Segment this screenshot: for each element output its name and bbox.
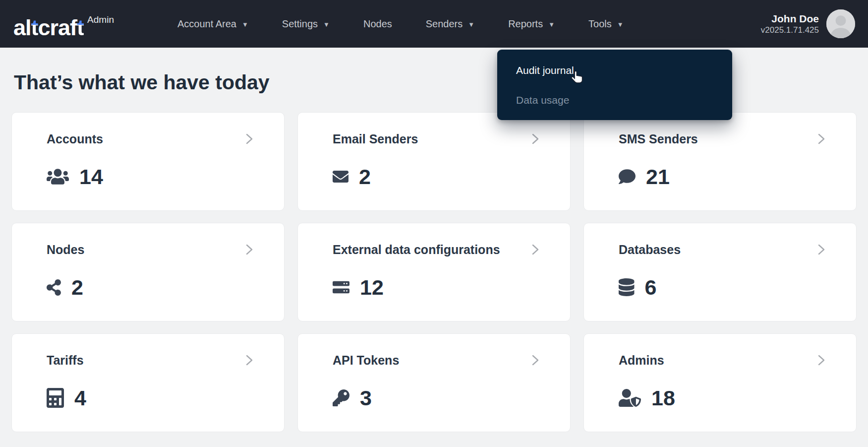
card-title: API Tokens [333,353,399,368]
envelope-icon [333,169,348,185]
card-nodes[interactable]: Nodes 2 [11,223,285,321]
card-title: External data configurations [333,242,500,257]
chevron-right-icon[interactable] [815,243,827,256]
dashboard-content: That’s what we have today Accounts 14 Em… [0,70,868,432]
brand-logo[interactable]: altcraft Admin [13,9,114,39]
chat-bubble-icon [619,168,636,185]
chevron-down-icon: ▼ [548,20,555,28]
menu-item-senders[interactable]: Senders ▼ [426,18,474,30]
user-name: John Doe [761,12,819,25]
card-external-data-configurations[interactable]: External data configurations 12 [297,223,571,321]
card-title: Nodes [47,242,84,257]
card-value: 6 [645,277,657,298]
app-version: v2025.1.71.425 [761,25,819,35]
chevron-right-icon[interactable] [815,132,827,145]
chevron-right-icon[interactable] [529,243,541,256]
card-tariffs[interactable]: Tariffs 4 [11,333,285,432]
card-value: 3 [360,387,372,409]
database-icon [619,278,635,296]
card-value: 4 [74,387,86,409]
card-title: Accounts [47,131,103,146]
chevron-right-icon[interactable] [243,354,255,367]
chevron-down-icon: ▼ [617,20,624,28]
menu-item-reports[interactable]: Reports ▼ [508,18,555,30]
card-value: 12 [360,277,384,298]
menu-item-settings[interactable]: Settings ▼ [282,18,330,30]
menu-item-nodes[interactable]: Nodes [363,18,392,30]
card-email-senders[interactable]: Email Senders 2 [297,112,571,211]
card-title: Admins [619,353,664,368]
card-title: SMS Senders [619,131,698,146]
brand-badge-admin: Admin [87,14,114,25]
share-nodes-icon [47,279,61,296]
card-accounts[interactable]: Accounts 14 [11,112,285,211]
tools-dropdown-menu: Audit journal Data usage [497,50,732,120]
card-title: Tariffs [47,353,84,368]
menu-item-audit-journal[interactable]: Audit journal [497,58,732,83]
stats-grid: Accounts 14 Email Senders [11,112,857,432]
users-icon [47,168,69,186]
card-value: 21 [646,166,670,188]
server-icon [333,279,349,296]
calculator-icon [47,388,64,408]
card-databases[interactable]: Databases 6 [583,223,857,321]
card-value: 2 [71,277,83,298]
top-navbar: altcraft Admin Account Area ▼ Settings ▼… [0,0,868,48]
menu-item-data-usage[interactable]: Data usage [497,87,732,113]
card-value: 18 [651,387,675,409]
chevron-down-icon: ▼ [468,20,474,28]
chevron-right-icon[interactable] [243,243,255,256]
card-api-tokens[interactable]: API Tokens 3 [297,333,571,432]
card-title: Databases [619,242,681,257]
chevron-right-icon[interactable] [815,354,827,367]
chevron-down-icon: ▼ [323,20,330,28]
chevron-right-icon[interactable] [243,132,255,145]
brand-wordmark: altcraft [13,16,84,39]
avatar[interactable] [826,9,855,38]
card-value: 14 [79,166,103,188]
card-sms-senders[interactable]: SMS Senders 21 [583,112,857,211]
person-silhouette-icon [826,9,855,38]
main-menu: Account Area ▼ Settings ▼ Nodes Senders … [177,18,624,30]
card-value: 2 [359,166,371,188]
user-account-menu[interactable]: John Doe v2025.1.71.425 [761,9,855,38]
chevron-down-icon: ▼ [242,20,248,28]
chevron-right-icon[interactable] [529,132,541,145]
admin-shield-icon [619,389,641,407]
key-icon [333,389,349,406]
card-title: Email Senders [333,131,418,146]
card-admins[interactable]: Admins 18 [583,333,857,432]
menu-item-tools[interactable]: Tools ▼ [588,18,624,30]
chevron-right-icon[interactable] [529,354,541,367]
menu-item-account-area[interactable]: Account Area ▼ [177,18,248,30]
